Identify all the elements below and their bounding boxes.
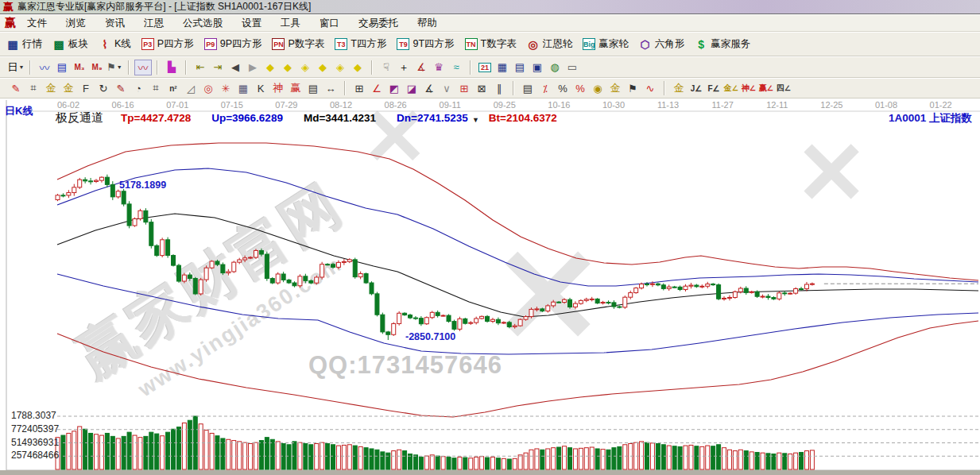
menu-formula-stockpick[interactable]: 公式选股 [183, 17, 223, 30]
candle-body [61, 195, 65, 196]
dense-grid-icon[interactable]: ▤ [304, 80, 322, 96]
wave-icon[interactable]: ≈ [447, 60, 465, 75]
percent-sign-icon[interactable]: % [554, 80, 571, 96]
diamond-shift-right-icon[interactable]: ◆ [279, 60, 296, 75]
box-frame-icon[interactable]: ⊞ [351, 80, 368, 96]
gann-wheel-button[interactable]: ◎江恩轮 [527, 37, 573, 51]
gold-lines-icon[interactable]: 金 [606, 80, 624, 96]
clock-dial-icon[interactable]: ◔ [130, 80, 147, 96]
period-daily-dropdown-icon[interactable]: 日▼ [7, 60, 25, 75]
volume-bar [573, 449, 577, 469]
crosshair-icon[interactable]: ＋ [395, 60, 413, 75]
calendar-21-icon[interactable]: 21 [476, 60, 494, 75]
gold-coin-icon[interactable]: ◉ [589, 80, 606, 96]
hash-ruler-icon[interactable]: ⌗ [25, 80, 42, 96]
gold-angle-icon[interactable]: 金∠ [722, 80, 740, 96]
zigzag-red-icon[interactable]: 〰 [134, 60, 152, 75]
gold-underline-icon[interactable]: 金 [670, 80, 688, 96]
web-links-icon[interactable]: ◍ [546, 60, 564, 75]
diamond-compress-icon[interactable]: ◈ [296, 60, 314, 75]
t-square-button[interactable]: T3T四方形 [335, 37, 386, 51]
zigzag-blue-icon[interactable]: 〰 [36, 60, 53, 75]
page-prev-icon[interactable]: ◀ [227, 60, 244, 75]
red-fan-icon[interactable]: ∠ [368, 80, 385, 96]
ying-gauge-icon[interactable]: 赢 [287, 80, 304, 96]
menu-help[interactable]: 帮助 [417, 17, 437, 30]
menu-window[interactable]: 窗口 [320, 17, 339, 30]
wave-channel-icon[interactable]: ∿ [641, 80, 659, 96]
t-number-table-button[interactable]: TNT数字表 [465, 37, 517, 51]
crown-icon[interactable]: ♛ [430, 60, 447, 75]
shen-angle-icon[interactable]: 神∠ [740, 80, 757, 96]
9t-square-button[interactable]: T99T四方形 [397, 37, 454, 51]
f-angle-icon[interactable]: F∠ [705, 80, 722, 96]
red-grid-icon[interactable]: ⊞ [455, 80, 473, 96]
notes-icon[interactable]: ▤ [53, 60, 71, 75]
flag-dropdown-icon[interactable]: ⚑▼ [106, 60, 123, 75]
menu-trade[interactable]: 交易委托 [358, 17, 398, 30]
sectors-button[interactable]: ▩板块 [52, 37, 88, 51]
p-square-button[interactable]: P3P四方形 [141, 37, 194, 51]
f-gauge-icon[interactable]: F [77, 80, 95, 96]
target-circle-icon[interactable]: ◎ [199, 80, 217, 96]
page-next-icon[interactable]: ▶ [244, 60, 261, 75]
hand-pan-icon[interactable]: ☟ [378, 60, 395, 75]
percent-slash-icon[interactable]: ⁒ [536, 80, 554, 96]
winner-wheel-button[interactable]: Big赢家轮 [583, 37, 629, 51]
goto-last-icon[interactable]: ⇥ [209, 60, 227, 75]
rocket-pen-icon[interactable]: ✎ [7, 80, 25, 96]
color-histogram-icon[interactable]: ▙ [163, 60, 180, 75]
chart-m9-icon[interactable]: M₉ [88, 60, 106, 75]
j-angle-icon[interactable]: J∠ [688, 80, 705, 96]
n2-ruler-icon[interactable]: n² [165, 80, 182, 96]
set-square-icon[interactable]: ◿ [182, 80, 199, 96]
quotes-button[interactable]: ▦行情 [6, 37, 42, 51]
angle-flag-icon[interactable]: ∡ [413, 60, 430, 75]
gold-gauge-1-icon[interactable]: 金 [42, 80, 60, 96]
candle-body [755, 292, 759, 296]
star-target-icon[interactable]: ✳ [217, 80, 234, 96]
diamond-expand-icon[interactable]: ◆ [349, 60, 366, 75]
menu-browse[interactable]: 浏览 [66, 17, 86, 30]
kline-button[interactable]: ⌇K线 [99, 37, 131, 51]
k-quote-icon[interactable]: K [252, 80, 269, 96]
p-number-table-button[interactable]: PNP数字表 [272, 37, 324, 51]
box-fan-dark-icon[interactable]: ◪ [403, 80, 420, 96]
kline-chart-canvas[interactable]: 06-0206-1607-0107-1507-2908-1208-2609-11… [0, 98, 980, 475]
menu-file[interactable]: 文件 [27, 17, 47, 30]
save-icon[interactable]: ▣ [529, 60, 546, 75]
bottom-strip[interactable] [0, 470, 980, 475]
menu-news[interactable]: 资讯 [105, 17, 125, 30]
box-fan-icon[interactable]: ◩ [385, 80, 403, 96]
calculator-icon[interactable]: ▦ [494, 60, 511, 75]
si-angle-icon[interactable]: 四∠ [775, 80, 792, 96]
flag-pen-icon[interactable]: ⚑ [624, 80, 641, 96]
menu-gann[interactable]: 江恩 [144, 17, 164, 30]
goto-first-icon[interactable]: ⇤ [192, 60, 209, 75]
pencil-red-icon[interactable]: ✎ [112, 80, 130, 96]
v-lines-icon[interactable]: ∨ [438, 80, 455, 96]
black-grid-icon[interactable]: ⊠ [473, 80, 490, 96]
winner-service-button[interactable]: $赢家服务 [695, 37, 750, 51]
diamond-shift-left-icon[interactable]: ◆ [261, 60, 279, 75]
menu-tools[interactable]: 工具 [281, 17, 300, 30]
diamond-star-icon[interactable]: ◈ [331, 60, 349, 75]
hexagon-button[interactable]: ⬡六角形 [639, 37, 685, 51]
9p-square-button[interactable]: P99P四方形 [204, 37, 262, 51]
chart-m3-icon[interactable]: M₃ [71, 60, 88, 75]
span-arrows-icon[interactable]: ↔ [322, 80, 339, 96]
diamond-cross-icon[interactable]: ◆ [314, 60, 331, 75]
grid-target-icon[interactable]: ▦ [234, 80, 252, 96]
shen-gauge-icon[interactable]: 神 [269, 80, 287, 96]
ying-angle-icon[interactable]: 赢∠ [757, 80, 775, 96]
notebook-icon[interactable]: ▤ [511, 60, 529, 75]
gold-gauge-2-icon[interactable]: 金 [60, 80, 77, 96]
spiral-icon[interactable]: ↻ [95, 80, 112, 96]
menu-settings[interactable]: 设置 [242, 17, 261, 30]
angle-lines-icon[interactable]: ∡ [420, 80, 438, 96]
slant-lines-icon[interactable]: ∥ [490, 80, 508, 96]
step-histogram-icon[interactable]: ▤ [519, 80, 536, 96]
print-icon[interactable]: ▭ [564, 60, 581, 75]
hash-ruler-2-icon[interactable]: ⌗ [147, 80, 165, 96]
percent-line-icon[interactable]: % [571, 80, 589, 96]
